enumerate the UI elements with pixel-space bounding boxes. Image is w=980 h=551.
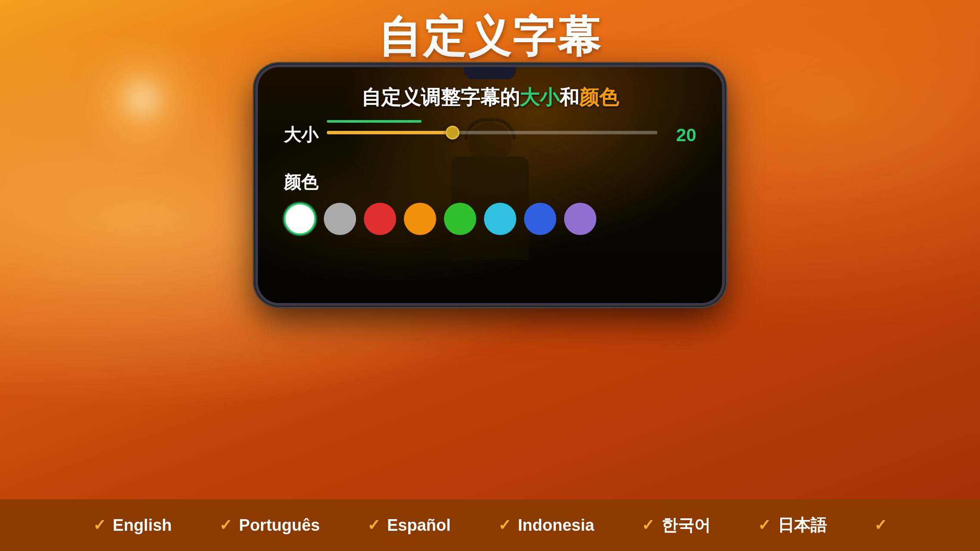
language-item-indonesian[interactable]: ✓ Indonesia	[474, 516, 618, 535]
color-section: 颜色	[284, 170, 596, 235]
language-label-english: English	[113, 516, 172, 535]
check-icon-more: ✓	[874, 516, 887, 534]
language-label-portuguese: Português	[239, 516, 320, 535]
check-icon-spanish: ✓	[367, 516, 380, 534]
language-item-more[interactable]: ✓	[850, 516, 911, 534]
subtitle-size-text: 大小	[520, 86, 559, 108]
color-label: 颜色	[284, 170, 596, 194]
size-label: 大小	[284, 123, 318, 147]
phone-screen: 自定义调整字幕的大小和颜色 大小 20	[258, 67, 722, 303]
language-item-portuguese[interactable]: ✓ Português	[195, 516, 344, 535]
slider-wrapper	[327, 131, 657, 139]
color-swatch-cyan[interactable]	[484, 203, 516, 235]
phone-notch	[464, 67, 516, 79]
language-item-spanish[interactable]: ✓ Español	[344, 516, 474, 535]
phone-mockup: 自定义调整字幕的大小和颜色 大小 20	[255, 65, 725, 306]
subtitle-display: 自定义调整字幕的大小和颜色	[258, 84, 722, 111]
language-item-english[interactable]: ✓ English	[69, 516, 195, 535]
size-value: 20	[666, 125, 696, 145]
phone-frame: 自定义调整字幕的大小和颜色 大小 20	[255, 65, 725, 306]
color-swatch-white[interactable]	[284, 203, 316, 235]
color-swatch-blue[interactable]	[524, 203, 556, 235]
page-title: 自定义字幕	[0, 9, 980, 67]
language-label-spanish: Español	[387, 516, 451, 535]
language-bar: ✓ English ✓ Português ✓ Español ✓ Indone…	[0, 499, 980, 551]
color-swatch-gray[interactable]	[324, 203, 356, 235]
color-swatch-purple[interactable]	[564, 203, 596, 235]
check-icon-portuguese: ✓	[219, 516, 232, 534]
language-label-indonesian: Indonesia	[518, 516, 594, 535]
language-item-japanese[interactable]: ✓ 日本語	[734, 514, 850, 536]
check-icon-korean: ✓	[642, 516, 654, 534]
size-slider-section: 大小 20	[284, 123, 696, 147]
language-label-korean: 한국어	[661, 514, 710, 536]
subtitle-text-before: 自定义调整字幕的	[361, 86, 520, 108]
language-label-japanese: 日本語	[778, 514, 827, 536]
slider-fill	[327, 131, 453, 134]
slider-progress-line	[327, 120, 422, 123]
color-swatch-red[interactable]	[364, 203, 396, 235]
power-button	[722, 119, 725, 149]
color-swatches	[284, 203, 596, 235]
slider-thumb[interactable]	[446, 126, 459, 139]
color-swatch-green[interactable]	[444, 203, 476, 235]
subtitle-color-text: 颜色	[579, 86, 619, 108]
color-swatch-orange[interactable]	[404, 203, 436, 235]
subtitle-text-between: 和	[559, 86, 579, 108]
check-icon-japanese: ✓	[758, 516, 771, 534]
language-item-korean[interactable]: ✓ 한국어	[618, 514, 734, 536]
check-icon-indonesian: ✓	[498, 516, 511, 534]
check-icon-english: ✓	[93, 516, 106, 534]
slider-track[interactable]	[327, 131, 657, 134]
